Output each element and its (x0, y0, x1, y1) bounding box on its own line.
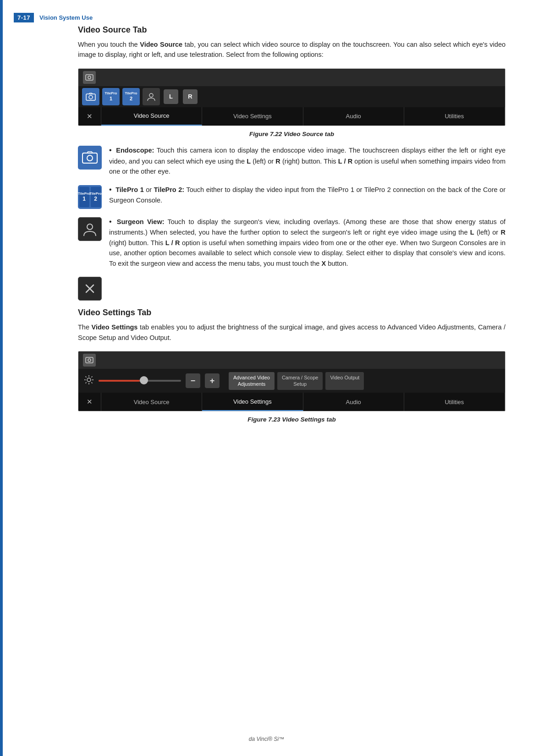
bullet-x: placeholder (78, 276, 506, 301)
bullet-endoscope: • Endoscope: Touch this camera icon to d… (78, 145, 506, 177)
advanced-video-btn[interactable]: Advanced VideoAdjustments (229, 372, 275, 390)
x-tab[interactable]: ✕ (78, 107, 101, 126)
section1-title: Video Source Tab (78, 25, 506, 35)
chapter-header: 7-17 Vision System Use (14, 13, 93, 22)
tab-video-source[interactable]: Video Source (101, 107, 202, 126)
footer: da Vinci® Si™ (0, 736, 533, 742)
svg-rect-5 (82, 153, 97, 163)
tilepro2-btn[interactable]: TilePro 2 (122, 88, 140, 105)
r-btn[interactable]: R (183, 89, 198, 104)
camera-nav-btn[interactable] (82, 88, 99, 105)
svg-line-18 (92, 382, 93, 383)
svg-line-19 (86, 382, 87, 383)
brightness-slider[interactable] (99, 380, 181, 382)
bullet-tilepro: TilePro1 TilePro2 • TilePro 1 or TilePro… (78, 184, 506, 209)
svg-rect-2 (86, 94, 95, 100)
section1-intro: When you touch the Video Source tab, you… (78, 39, 506, 60)
brightness-minus-btn[interactable]: − (186, 373, 200, 388)
section2-intro: The Video Settings tab enables you to ad… (78, 322, 506, 343)
footer-text: da Vinci® Si™ (249, 736, 284, 742)
tab-video-settings-2[interactable]: Video Settings (202, 393, 303, 411)
tab-video-source-2[interactable]: Video Source (101, 393, 202, 411)
slider-fill (99, 380, 140, 382)
chapter-label: Vision System Use (39, 14, 93, 21)
video-output-btn[interactable]: Video Output (325, 372, 364, 390)
figure-7-23: − + Advanced VideoAdjustments Camera / S… (78, 351, 506, 411)
settings-buttons: Advanced VideoAdjustments Camera / Scope… (229, 372, 364, 390)
bullet-surgeon: • Surgeon View: Touch to display the sur… (78, 216, 506, 269)
left-accent-bar (0, 0, 3, 756)
chapter-badge: 7-17 (14, 13, 34, 22)
figure-7-23-caption: Figure 7.23 Video Settings tab (78, 416, 506, 423)
ui-tabs-bar: ✕ Video Source Video Settings Audio Util… (78, 107, 505, 126)
svg-point-11 (88, 359, 91, 362)
ui-nav-bar: TilePro 1 TilePro 2 L R (78, 86, 505, 107)
figure-7-22: TilePro 1 TilePro 2 L R ✕ Video Source V… (78, 68, 506, 126)
tab-utilities[interactable]: Utilities (404, 107, 505, 126)
brightness-plus-btn[interactable]: + (205, 373, 220, 388)
tab-audio-2[interactable]: Audio (303, 393, 404, 411)
ui-top-bar-2 (78, 351, 505, 369)
svg-point-7 (87, 224, 93, 230)
x-tab-2[interactable]: ✕ (78, 393, 101, 411)
surgeon-text: • Surgeon View: Touch to display the sur… (109, 216, 506, 269)
figure-7-22-caption: Figure 7.22 Video Source tab (78, 131, 506, 137)
svg-line-20 (92, 376, 93, 377)
bullet-section: • Endoscope: Touch this camera icon to d… (78, 145, 506, 301)
surgeon-view-btn[interactable] (143, 88, 160, 105)
svg-point-12 (87, 378, 91, 382)
svg-point-4 (149, 93, 153, 97)
endoscope-text: • Endoscope: Touch this camera icon to d… (109, 145, 506, 177)
top-bar-icon (83, 71, 96, 84)
tab-audio[interactable]: Audio (303, 107, 404, 126)
tab-utilities-2[interactable]: Utilities (404, 393, 505, 411)
section2-title: Video Settings Tab (78, 308, 506, 318)
svg-point-1 (88, 76, 91, 79)
endoscope-icon (78, 146, 102, 170)
settings-bar: − + Advanced VideoAdjustments Camera / S… (78, 369, 505, 393)
top-bar-icon-2 (83, 354, 96, 367)
ui-top-bar (78, 69, 505, 86)
ui-tabs-bar-2: ✕ Video Source Video Settings Audio Util… (78, 393, 505, 411)
tab-video-settings[interactable]: Video Settings (202, 107, 303, 126)
camera-scope-btn[interactable]: Camera / ScopeSetup (277, 372, 323, 390)
svg-point-6 (87, 155, 93, 161)
l-btn[interactable]: L (164, 89, 178, 104)
brightness-icon (84, 375, 94, 387)
svg-rect-10 (86, 357, 93, 363)
tilepro-text: • TilePro 1 or TilePro 2: Touch either t… (109, 184, 506, 206)
slider-thumb[interactable] (140, 376, 148, 384)
x-icon-item (78, 277, 102, 301)
surgeon-view-icon (78, 217, 102, 241)
tilepro-icon: TilePro1 TilePro2 (78, 185, 102, 209)
svg-line-17 (86, 376, 87, 377)
svg-point-3 (89, 95, 93, 99)
svg-rect-0 (86, 75, 93, 80)
tilepro1-btn[interactable]: TilePro 1 (102, 88, 120, 105)
